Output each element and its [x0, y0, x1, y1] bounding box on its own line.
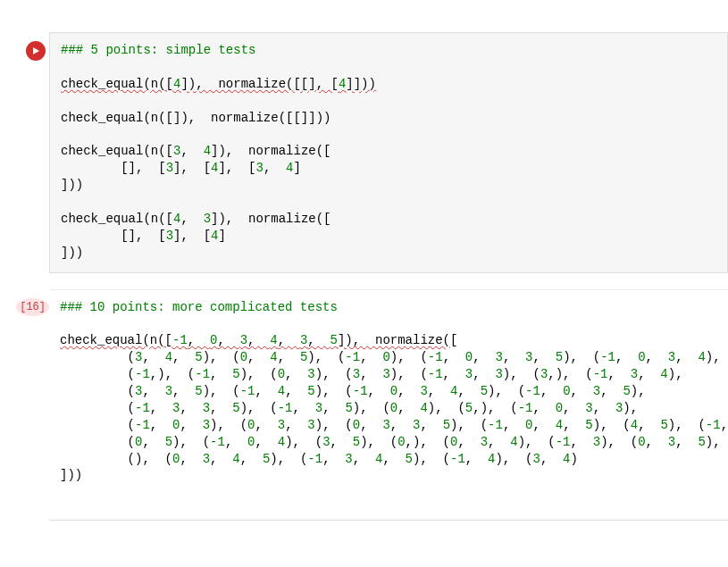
top-spacer: [375, 0, 728, 27]
code-content: ### 5 points: simple tests check_equal(n…: [61, 42, 716, 262]
run-cell-button[interactable]: [26, 41, 46, 61]
code-cell-1: ### 5 points: simple tests check_equal(n…: [0, 32, 728, 273]
comment-header: ### 5 points: simple tests: [61, 43, 255, 57]
cell-editor[interactable]: ### 5 points: simple tests check_equal(n…: [49, 32, 728, 273]
cell-gutter: [0, 32, 49, 273]
comment-header: ### 10 points: more complicated tests: [60, 300, 338, 314]
cell-gutter: [16]: [0, 289, 49, 496]
cell-editor[interactable]: ### 10 points: more complicated tests ch…: [49, 289, 728, 496]
code-cell-2: [16] ### 10 points: more complicated tes…: [0, 289, 728, 496]
cell-divider: [49, 520, 728, 521]
play-icon: [31, 46, 40, 55]
execution-count: [16]: [16, 298, 49, 316]
code-content: ### 10 points: more complicated tests ch…: [60, 299, 717, 485]
